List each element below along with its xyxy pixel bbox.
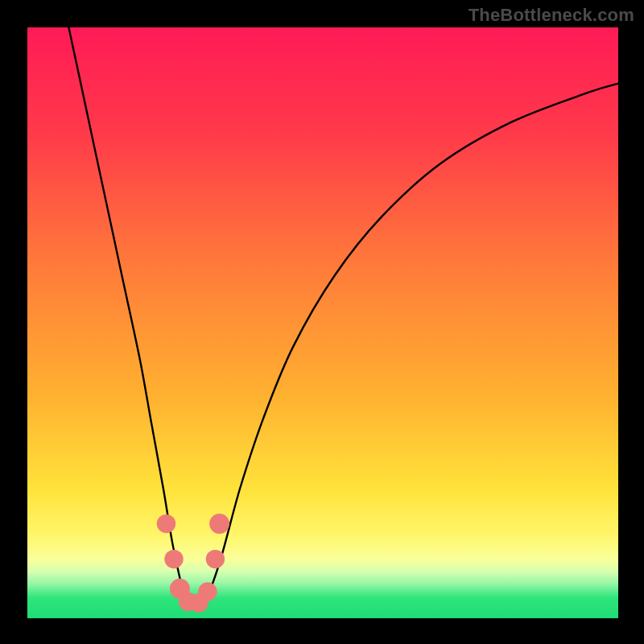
curve-marker: [209, 514, 229, 534]
plot-svg: [27, 27, 618, 618]
curve-marker: [164, 550, 183, 568]
curve-marker: [157, 514, 175, 533]
curve-marker: [198, 582, 217, 601]
gradient-background: [27, 27, 618, 618]
attribution-text: TheBottleneck.com: [469, 5, 634, 26]
chart-frame: TheBottleneck.com: [0, 0, 644, 644]
curve-marker: [206, 550, 225, 568]
attribution-label: TheBottleneck.com: [469, 5, 634, 26]
plot-area: [27, 27, 618, 618]
